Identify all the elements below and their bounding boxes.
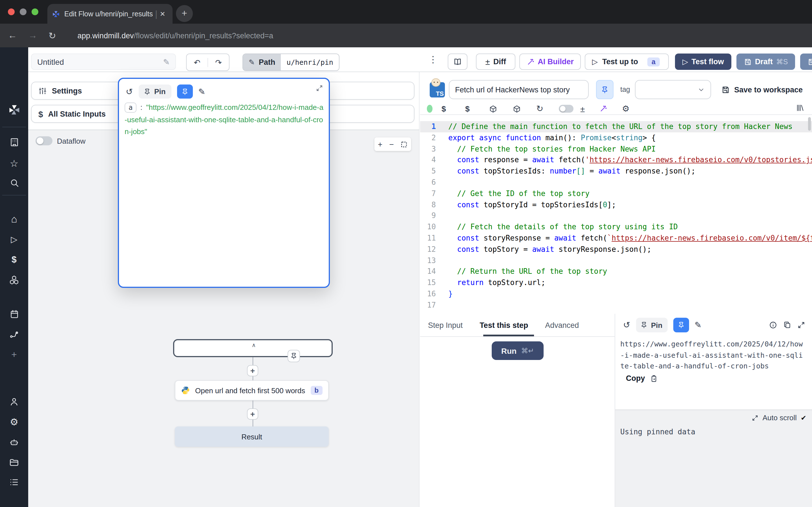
info-icon[interactable]: [769, 321, 777, 329]
settings-gear-icon[interactable]: ⚙: [0, 416, 28, 428]
step-pin-button[interactable]: [596, 80, 613, 99]
favorites-star-icon[interactable]: ☆: [0, 158, 28, 170]
draft-button[interactable]: Draft ⌘S: [737, 54, 795, 70]
editor-toggle[interactable]: [559, 105, 573, 113]
pinned-active-button[interactable]: [177, 84, 193, 99]
minimize-window-button[interactable]: [20, 8, 27, 15]
test-flow-button[interactable]: ▷ Test flow: [675, 54, 731, 70]
package-icon[interactable]: [513, 105, 536, 113]
more-options-kebab-icon[interactable]: ⋮: [428, 54, 438, 65]
code-line[interactable]: 17: [420, 300, 812, 311]
url-text[interactable]: app.windmill.dev/flows/edit/u/henri/pin_…: [78, 31, 273, 40]
dataflow-toggle[interactable]: [36, 136, 52, 145]
docs-book-button[interactable]: [448, 54, 467, 70]
code-line[interactable]: 5 const topStoriesIds: number[] = await …: [420, 166, 812, 177]
windmill-logo-icon[interactable]: [0, 104, 28, 116]
arg-key-chip[interactable]: a: [124, 103, 137, 113]
code-line[interactable]: 1// Define the main function to fetch th…: [420, 121, 812, 132]
code-line[interactable]: 10 // Fetch the details of the top story…: [420, 221, 812, 233]
flow-node-b[interactable]: Open url and fetch first 500 words of ..…: [175, 380, 329, 400]
path-button[interactable]: ✎ Path u/henri/pin: [243, 54, 340, 71]
robot-icon[interactable]: [0, 437, 28, 447]
redo-icon[interactable]: ↷: [208, 58, 229, 67]
package-icon[interactable]: [489, 105, 513, 113]
code-line[interactable]: 13: [420, 255, 812, 266]
code-line[interactable]: 2export async function main(): Promise<s…: [420, 132, 812, 144]
add-plus-icon[interactable]: +: [0, 349, 28, 360]
test-up-to-step-badge[interactable]: a: [647, 57, 660, 66]
edit-name-pencil-icon[interactable]: ✎: [163, 57, 170, 66]
back-icon[interactable]: ←: [8, 31, 17, 41]
add-step-button[interactable]: +: [247, 408, 258, 420]
auto-scroll-control[interactable]: Auto scroll ✔: [752, 413, 806, 422]
tab-close-icon[interactable]: ✕: [160, 10, 165, 18]
tab-test-this-step[interactable]: Test this step: [479, 321, 528, 329]
code-line[interactable]: 9: [420, 210, 812, 222]
flow-name-input[interactable]: Untitled ✎: [31, 54, 176, 70]
code-line[interactable]: 4 const response = await fetch('https://…: [420, 155, 812, 166]
tab-step-input[interactable]: Step Input: [428, 321, 463, 329]
maximize-window-button[interactable]: [32, 8, 38, 15]
reload-icon[interactable]: ↻: [536, 104, 559, 114]
undo-icon[interactable]: ↶: [187, 58, 208, 67]
expand-result-icon[interactable]: [797, 321, 805, 329]
runs-play-icon[interactable]: ▷: [0, 234, 28, 244]
code-line[interactable]: 8 const topStoryId = topStoriesIds[0];: [420, 199, 812, 210]
editor-settings-gear-icon[interactable]: ⚙: [622, 104, 629, 114]
code-line[interactable]: 15 return topStory.url;: [420, 277, 812, 288]
editor-scrollbar[interactable]: [808, 117, 811, 131]
code-line[interactable]: 16}: [420, 288, 812, 300]
workspace-building-icon[interactable]: [0, 137, 28, 147]
deploy-button[interactable]: Deploy: [800, 54, 812, 70]
ai-builder-button[interactable]: AI Builder: [519, 54, 581, 70]
copy-button[interactable]: Copy: [626, 374, 658, 383]
ai-wand-icon[interactable]: [599, 105, 622, 113]
diff-button[interactable]: ± Diff: [476, 54, 515, 70]
pinned-result-value[interactable]: https://www.geoffreylitt.com/2025/04/12/…: [620, 339, 806, 372]
diff-icon[interactable]: ±: [580, 104, 599, 114]
code-line[interactable]: 11 const storyResponse = await fetch(`ht…: [420, 233, 812, 244]
browser-tab[interactable]: Edit Flow u/henri/pin_results | ✕: [47, 4, 172, 24]
expand-popup-icon[interactable]: [316, 84, 323, 92]
add-step-button[interactable]: +: [247, 365, 258, 376]
test-up-to-button[interactable]: ▷ Test up to a: [585, 54, 669, 70]
variables-dollar-icon[interactable]: $: [0, 255, 28, 265]
code-line[interactable]: 3 // Fetch the top stories from Hacker N…: [420, 144, 812, 155]
node-a-pin-badge[interactable]: [288, 350, 300, 362]
code-line[interactable]: 14 // Return the URL of the top story: [420, 266, 812, 277]
code-line[interactable]: 12 const topStory = await storyResponse.…: [420, 244, 812, 255]
flow-result-node[interactable]: Result: [175, 427, 329, 447]
fit-view-icon[interactable]: [401, 140, 408, 148]
resources-dollar-icon[interactable]: $: [465, 104, 489, 113]
tab-advanced[interactable]: Advanced: [545, 321, 579, 329]
user-icon[interactable]: [0, 397, 28, 407]
library-icon[interactable]: [796, 104, 804, 112]
code-line[interactable]: 6: [420, 177, 812, 188]
list-icon[interactable]: [0, 477, 28, 487]
variables-dollar-icon[interactable]: $: [442, 104, 465, 113]
collapse-chevron[interactable]: ∧: [246, 342, 261, 350]
edit-pencil-icon[interactable]: ✎: [695, 320, 702, 330]
folder-icon[interactable]: [0, 457, 28, 467]
zoom-in-icon[interactable]: +: [378, 140, 382, 149]
edit-pencil-icon[interactable]: ✎: [198, 87, 205, 97]
zoom-out-icon[interactable]: −: [389, 140, 394, 149]
pinned-active-button[interactable]: [673, 318, 689, 332]
code-line[interactable]: 7 // Get the ID of the top story: [420, 188, 812, 200]
new-tab-button[interactable]: +: [176, 5, 193, 22]
step-name-input[interactable]: Fetch url of HackerNews top story: [449, 80, 589, 99]
routes-icon[interactable]: [0, 330, 28, 340]
home-icon[interactable]: ⌂: [0, 214, 28, 225]
run-button[interactable]: Run ⌘↵: [492, 341, 544, 360]
save-to-workspace-button[interactable]: Save to workspace: [721, 80, 803, 99]
close-window-button[interactable]: [8, 8, 15, 15]
history-icon[interactable]: ↺: [126, 87, 133, 97]
history-icon[interactable]: ↺: [623, 320, 630, 330]
schedules-calendar-icon[interactable]: [0, 309, 28, 319]
copy-result-icon[interactable]: [783, 321, 791, 329]
code-editor[interactable]: 1// Define the main function to fetch th…: [420, 115, 812, 314]
resources-cubes-icon[interactable]: [0, 275, 28, 285]
reload-icon[interactable]: ↻: [49, 30, 56, 41]
pin-tab-button[interactable]: Pin: [636, 318, 667, 332]
pin-tab-button[interactable]: Pin: [139, 84, 171, 99]
